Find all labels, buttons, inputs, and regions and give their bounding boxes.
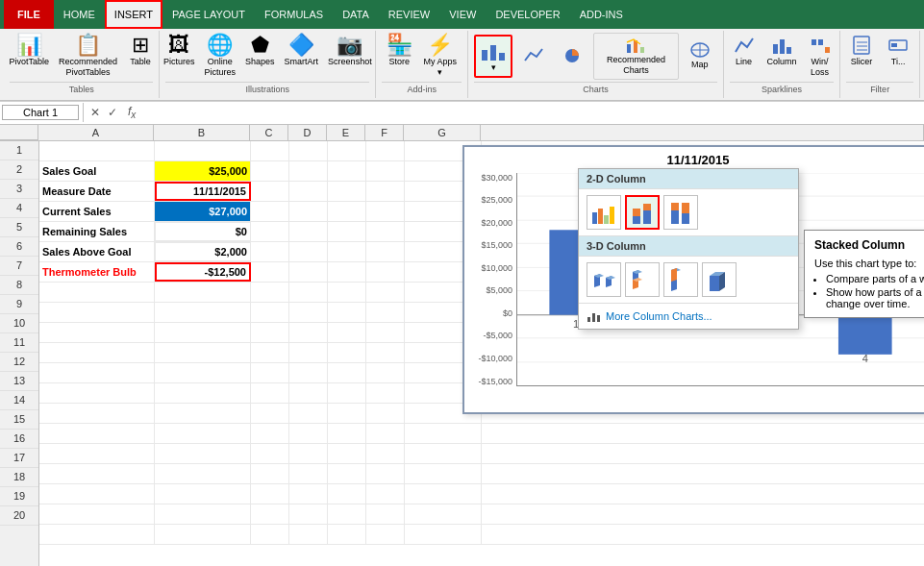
row-num-8[interactable]: 8: [0, 276, 38, 295]
3d-stacked-column-btn[interactable]: [625, 262, 660, 297]
100-stacked-column-btn[interactable]: [663, 195, 698, 230]
pictures-button[interactable]: 🖼 Pictures: [160, 33, 199, 69]
row-num-16[interactable]: 16: [0, 430, 38, 449]
3d-clustered-column-btn[interactable]: [587, 262, 621, 297]
timeline-button[interactable]: Ti...: [881, 33, 915, 69]
cell-c2[interactable]: [251, 161, 289, 181]
col-header-c[interactable]: C: [250, 125, 288, 140]
cell-e4[interactable]: [328, 202, 366, 221]
cell-f2[interactable]: [366, 161, 405, 181]
row-num-3[interactable]: 3: [0, 180, 38, 199]
tab-review[interactable]: REVIEW: [379, 0, 439, 29]
winloss-sparkline-button[interactable]: Win/Loss: [803, 33, 837, 80]
cell-f1[interactable]: [366, 141, 405, 160]
cell-b1[interactable]: [155, 141, 251, 160]
cell-a8[interactable]: [39, 283, 155, 302]
cell-f7[interactable]: [366, 262, 405, 282]
pie-chart-button[interactable]: [555, 45, 589, 66]
cell-d5[interactable]: [289, 222, 328, 241]
col-header-g[interactable]: G: [404, 125, 481, 140]
cell-b2[interactable]: $25,000: [155, 161, 251, 181]
cell-e2[interactable]: [328, 161, 366, 181]
myapps-button[interactable]: ⚡ My Apps ▾: [418, 33, 462, 80]
cell-d3[interactable]: [289, 182, 328, 201]
row-num-19[interactable]: 19: [0, 487, 38, 506]
tab-developer[interactable]: DEVELOPER: [486, 0, 569, 29]
cell-c3[interactable]: [251, 182, 289, 201]
cell-b7[interactable]: -$12,500: [155, 262, 251, 282]
line-sparkline-button[interactable]: Line: [727, 33, 762, 69]
col-header-a[interactable]: A: [38, 125, 154, 140]
cell-c7[interactable]: [251, 262, 289, 282]
cell-a7[interactable]: Thermometer Bulb: [39, 262, 155, 282]
recommended-charts-button[interactable]: Recommended Charts: [593, 33, 679, 80]
col-header-d[interactable]: D: [288, 125, 327, 140]
row-num-9[interactable]: 9: [0, 295, 38, 314]
cell-c4[interactable]: [251, 202, 289, 221]
col-header-b[interactable]: B: [154, 125, 250, 140]
cell-b5[interactable]: $0: [155, 222, 251, 241]
tab-home[interactable]: HOME: [54, 0, 105, 29]
cell-f3[interactable]: [366, 182, 405, 201]
tab-formulas[interactable]: FORMULAS: [255, 0, 333, 29]
cell-e7[interactable]: [328, 262, 366, 282]
column-chart-button[interactable]: ▾: [474, 35, 512, 78]
shapes-button[interactable]: ⬟ Shapes: [241, 33, 279, 69]
cell-f5[interactable]: [366, 222, 405, 241]
cell-a6[interactable]: Sales Above Goal: [39, 242, 155, 261]
line-chart-button[interactable]: [516, 45, 551, 66]
cell-d2[interactable]: [289, 161, 328, 181]
recommended-pivot-button[interactable]: 📋 RecommendedPivotTables: [55, 33, 121, 80]
col-header-f[interactable]: F: [365, 125, 404, 140]
cell-a4[interactable]: Current Sales: [39, 202, 155, 221]
clustered-column-btn[interactable]: [587, 195, 621, 230]
online-pictures-button[interactable]: 🌐 OnlinePictures: [201, 33, 240, 80]
pivot-table-button[interactable]: 📊 PivotTable: [5, 33, 53, 69]
file-tab[interactable]: FILE: [4, 0, 54, 29]
map-button[interactable]: Map: [683, 39, 717, 72]
more-column-charts-btn[interactable]: More Column Charts...: [579, 303, 798, 329]
cancel-formula-button[interactable]: ✕: [87, 106, 103, 119]
slicer-button[interactable]: Slicer: [844, 33, 879, 69]
cell-b3[interactable]: 11/11/2015: [155, 182, 251, 201]
tab-insert[interactable]: INSERT: [105, 0, 162, 29]
cell-c6[interactable]: [251, 242, 289, 261]
row-num-11[interactable]: 11: [0, 333, 38, 353]
stacked-column-btn[interactable]: [625, 195, 660, 230]
cell-b6[interactable]: $2,000: [155, 242, 251, 261]
column-sparkline-button[interactable]: Column: [763, 33, 801, 69]
row-num-4[interactable]: 4: [0, 199, 38, 218]
row-num-2[interactable]: 2: [0, 160, 38, 180]
cell-f4[interactable]: [366, 202, 405, 221]
table-button[interactable]: ⊞ Table: [123, 33, 158, 69]
cell-d4[interactable]: [289, 202, 328, 221]
confirm-formula-button[interactable]: ✓: [105, 106, 120, 119]
cell-a2[interactable]: Sales Goal: [39, 161, 155, 181]
row-num-12[interactable]: 12: [0, 353, 38, 372]
cell-c5[interactable]: [251, 222, 289, 241]
row-num-7[interactable]: 7: [0, 257, 38, 276]
row-num-6[interactable]: 6: [0, 237, 38, 257]
row-num-1[interactable]: 1: [0, 141, 38, 160]
3d-column-btn[interactable]: [702, 262, 737, 297]
formula-input[interactable]: [143, 107, 922, 118]
row-num-5[interactable]: 5: [0, 218, 38, 237]
smartart-button[interactable]: 🔷 SmartArt: [281, 33, 323, 69]
cell-f6[interactable]: [366, 242, 405, 261]
cell-e5[interactable]: [328, 222, 366, 241]
col-header-e[interactable]: E: [327, 125, 365, 140]
row-num-10[interactable]: 10: [0, 314, 38, 333]
cell-d6[interactable]: [289, 242, 328, 261]
cell-a1[interactable]: [39, 141, 155, 160]
cell-e3[interactable]: [328, 182, 366, 201]
row-num-15[interactable]: 15: [0, 410, 38, 430]
tab-data[interactable]: DATA: [333, 0, 379, 29]
row-num-14[interactable]: 14: [0, 391, 38, 410]
tab-view[interactable]: VIEW: [439, 0, 486, 29]
cell-b4[interactable]: $27,000: [155, 202, 251, 221]
cell-d7[interactable]: [289, 262, 328, 282]
row-num-17[interactable]: 17: [0, 449, 38, 468]
screenshot-button[interactable]: 📷 Screenshot: [324, 33, 376, 69]
tab-page-layout[interactable]: PAGE LAYOUT: [162, 0, 255, 29]
cell-d1[interactable]: [289, 141, 328, 160]
